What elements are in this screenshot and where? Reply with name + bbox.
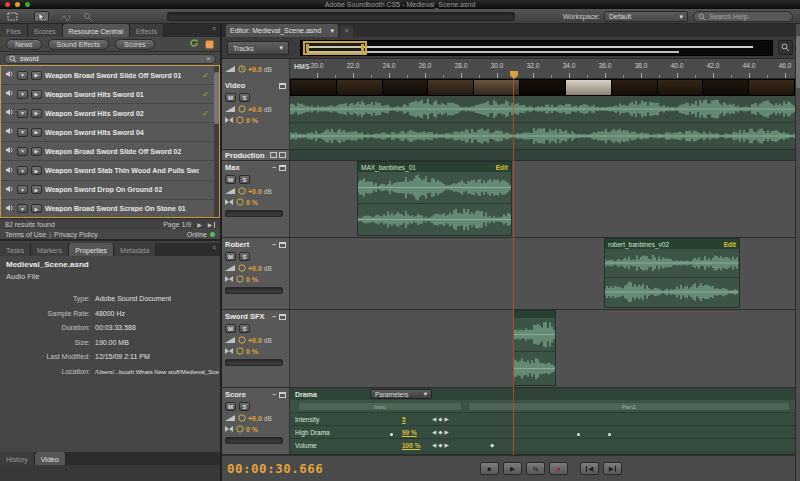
clip-edit-button[interactable]: Edit xyxy=(496,164,508,171)
timeline-ruler[interactable]: HMS 20.0 22.0 24.0 xyxy=(290,59,795,79)
clear-search-icon[interactable]: ✕ xyxy=(206,55,211,62)
robert-audio-clip[interactable]: robert_banbines_v02 Edit xyxy=(604,238,740,308)
param-value[interactable]: 100 % xyxy=(402,442,420,449)
panel-icon[interactable] xyxy=(279,314,286,320)
play-button[interactable]: ▶ xyxy=(31,147,42,156)
tab-metadata[interactable]: Metadata xyxy=(114,243,156,256)
download-button[interactable]: ▼ xyxy=(17,90,28,99)
param-stepper[interactable]: ◀◆▶ xyxy=(432,442,449,448)
download-button[interactable]: ▼ xyxy=(17,147,28,156)
speaker-icon[interactable] xyxy=(5,166,14,176)
video-track-lane[interactable] xyxy=(290,79,795,149)
download-button[interactable]: ▼ xyxy=(17,71,28,80)
sound-effect-row[interactable]: ▼ ▶ Weapon Sword Hits Sword 04 ✓ xyxy=(1,123,219,142)
subtab-scores[interactable]: Scores xyxy=(115,39,155,50)
download-button[interactable]: ▼ xyxy=(17,185,28,194)
master-volume-value[interactable]: +0.0 xyxy=(248,66,262,73)
score-segment[interactable]: Part1 xyxy=(468,402,790,411)
solo-button[interactable]: S xyxy=(239,324,250,333)
download-button[interactable]: ▼ xyxy=(17,204,28,213)
previous-button[interactable]: ◀ xyxy=(580,462,599,475)
speaker-icon[interactable] xyxy=(5,185,14,195)
sound-effect-row[interactable]: ▼ ▶ Weapon Sword Drop On Ground 02 ✓ xyxy=(1,181,219,200)
download-button[interactable]: ▼ xyxy=(17,128,28,137)
keyframe-dot[interactable] xyxy=(577,433,580,436)
play-button[interactable]: ▶ xyxy=(31,204,42,213)
track-volume-value[interactable]: +0.0 xyxy=(248,415,262,422)
chevron-down-icon[interactable]: ▾ xyxy=(330,27,334,35)
solo-button[interactable]: S xyxy=(239,252,250,261)
stop-button[interactable]: ■ xyxy=(480,462,499,475)
timeline-overview[interactable] xyxy=(300,40,773,56)
track-pan-value[interactable]: 0 % xyxy=(246,276,258,283)
minimize-track-icon[interactable]: − xyxy=(272,392,276,397)
play-button[interactable]: ▶ xyxy=(31,166,42,175)
mute-button[interactable]: M xyxy=(225,402,236,411)
minimize-track-icon[interactable]: − xyxy=(272,165,276,170)
list-scrollbar[interactable] xyxy=(214,66,219,217)
keyframe-dot[interactable] xyxy=(390,433,393,436)
tab-properties[interactable]: Properties xyxy=(69,243,114,256)
basket-icon[interactable] xyxy=(205,40,214,49)
panel-menu-icon[interactable]: ≡ xyxy=(208,24,220,37)
close-editor-tab-icon[interactable]: ✕ xyxy=(340,26,353,37)
sword-sfx-clip[interactable] xyxy=(513,310,556,386)
sound-effect-row[interactable]: ▼ ▶ Weapon Broad Sword Slide Off Sword 0… xyxy=(1,142,219,161)
playhead-line[interactable] xyxy=(513,79,514,455)
score-track-lane[interactable]: Drama Parameters ▾ Intro Part1 Intensity… xyxy=(290,388,795,454)
speaker-icon[interactable] xyxy=(5,89,14,99)
speaker-icon[interactable] xyxy=(5,108,14,118)
track-fader[interactable] xyxy=(225,359,283,366)
track-pan-value[interactable]: 0 % xyxy=(246,426,258,433)
overview-viewport-handle[interactable] xyxy=(303,41,367,55)
track-pan-value[interactable]: 0 % xyxy=(246,199,258,206)
track-volume-value[interactable]: +0.0 xyxy=(248,265,262,272)
workspace-select[interactable]: Default ▾ xyxy=(604,11,688,22)
track-volume-value[interactable]: +0.0 xyxy=(248,337,262,344)
download-button[interactable]: ▼ xyxy=(17,109,28,118)
panel-icon[interactable] xyxy=(279,242,286,248)
terms-link[interactable]: Terms of Use xyxy=(5,231,46,238)
play-button[interactable]: ▶ xyxy=(503,462,522,475)
tab-resource-central[interactable]: Resource Central xyxy=(63,24,130,37)
tab-tasks[interactable]: Tasks xyxy=(0,243,31,256)
master-volume-control[interactable]: +0.0 dB xyxy=(222,59,290,79)
privacy-link[interactable]: Privacy Policy xyxy=(54,231,98,238)
page-last-icon[interactable]: ▶ xyxy=(208,221,215,228)
marquee-tool-icon[interactable] xyxy=(5,11,20,22)
sound-effect-row[interactable]: ▼ ▶ Weapon Broad Sword Scrape On Stone 0… xyxy=(1,200,219,218)
overview-zoom-icon[interactable] xyxy=(778,40,793,55)
play-button[interactable]: ▶ xyxy=(31,185,42,194)
track-fader[interactable] xyxy=(225,210,283,217)
next-button[interactable]: ▶ xyxy=(603,462,622,475)
subtab-sound-effects[interactable]: Sound Effects xyxy=(48,39,109,50)
speaker-icon[interactable] xyxy=(5,127,14,137)
speaker-icon[interactable] xyxy=(5,146,14,156)
arrow-tool-icon[interactable] xyxy=(34,11,49,22)
param-stepper[interactable]: ◀◆▶ xyxy=(432,416,449,422)
loop-button[interactable]: ⇆ xyxy=(526,462,545,475)
score-segment[interactable]: Intro xyxy=(298,402,462,411)
track-pan-value[interactable]: 0 % xyxy=(246,348,258,355)
solo-button[interactable]: S xyxy=(239,402,250,411)
zoom-tool-icon[interactable] xyxy=(80,11,95,22)
mute-button[interactable]: M xyxy=(225,324,236,333)
frequency-tool-icon[interactable] xyxy=(58,11,73,22)
keyframe-diamond[interactable]: ◆ xyxy=(490,442,494,448)
mute-button[interactable]: M xyxy=(225,175,236,184)
play-button[interactable]: ▶ xyxy=(31,90,42,99)
speaker-icon[interactable] xyxy=(5,70,14,80)
keyframe-dot[interactable] xyxy=(608,433,611,436)
max-track-lane[interactable]: MAX_banbines_01 Edit xyxy=(290,161,795,237)
parameters-dropdown[interactable]: Parameters ▾ xyxy=(370,389,432,399)
robert-track-lane[interactable]: robert_banbines_v02 Edit xyxy=(290,238,795,309)
max-audio-clip[interactable]: MAX_banbines_01 Edit xyxy=(357,161,512,236)
play-button[interactable]: ▶ xyxy=(31,71,42,80)
mute-button[interactable]: M xyxy=(225,252,236,261)
param-stepper[interactable]: ◀◆▶ xyxy=(432,429,449,435)
sound-effect-row[interactable]: ▼ ▶ Weapon Sword Hits Sword 02 ✓ xyxy=(1,104,219,123)
refresh-icon[interactable] xyxy=(189,38,199,50)
minimize-track-icon[interactable]: − xyxy=(272,314,276,319)
record-button[interactable]: ● xyxy=(549,462,568,475)
time-display[interactable]: 00:00:30.666 xyxy=(227,461,323,476)
